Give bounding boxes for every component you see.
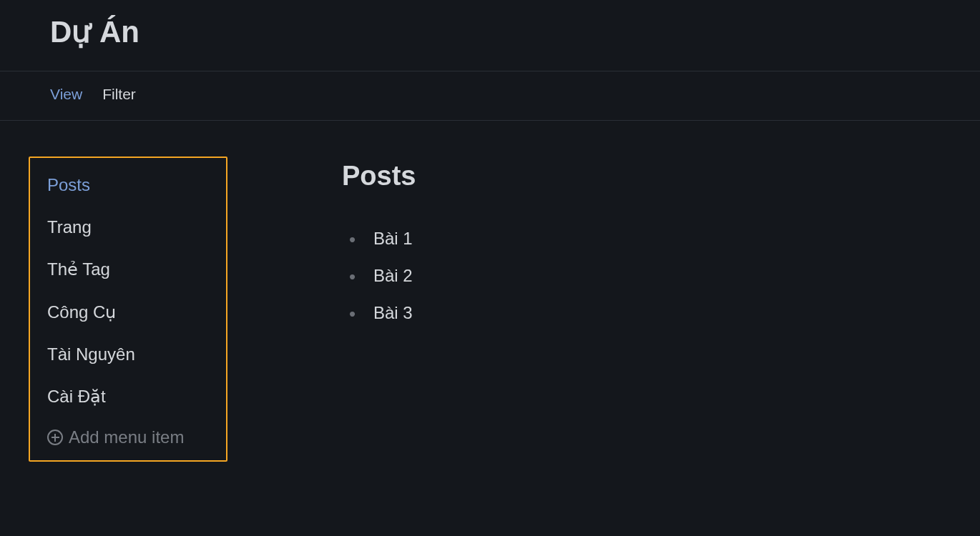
plus-circle-icon xyxy=(47,430,63,445)
sidebar-menu: Posts Trang Thẻ Tag Công Cụ Tài Nguyên C… xyxy=(29,157,227,462)
sidebar-item-cong-cu[interactable]: Công Cụ xyxy=(47,291,209,333)
header: Dự Án xyxy=(0,0,980,71)
toolbar: View Filter xyxy=(0,71,980,121)
sidebar-item-cai-dat[interactable]: Cài Đặt xyxy=(47,375,209,417)
tab-view[interactable]: View xyxy=(50,86,82,103)
sidebar-item-the-tag[interactable]: Thẻ Tag xyxy=(47,248,209,290)
list-item[interactable]: Bài 2 xyxy=(349,257,416,294)
sidebar-item-trang[interactable]: Trang xyxy=(47,206,209,248)
content-area: Posts Trang Thẻ Tag Công Cụ Tài Nguyên C… xyxy=(0,121,980,497)
list-item[interactable]: Bài 3 xyxy=(349,294,416,332)
main-panel: Posts Bài 1 Bài 2 Bài 3 xyxy=(227,157,416,462)
list-item[interactable]: Bài 1 xyxy=(349,220,416,257)
main-title: Posts xyxy=(342,161,416,192)
post-list: Bài 1 Bài 2 Bài 3 xyxy=(342,220,416,332)
sidebar-item-posts[interactable]: Posts xyxy=(47,174,209,206)
sidebar-item-tai-nguyen[interactable]: Tài Nguyên xyxy=(47,333,209,375)
add-menu-item-button[interactable]: Add menu item xyxy=(47,417,209,447)
tab-filter[interactable]: Filter xyxy=(102,86,136,103)
add-menu-label: Add menu item xyxy=(69,427,184,447)
page-title: Dự Án xyxy=(50,14,930,49)
